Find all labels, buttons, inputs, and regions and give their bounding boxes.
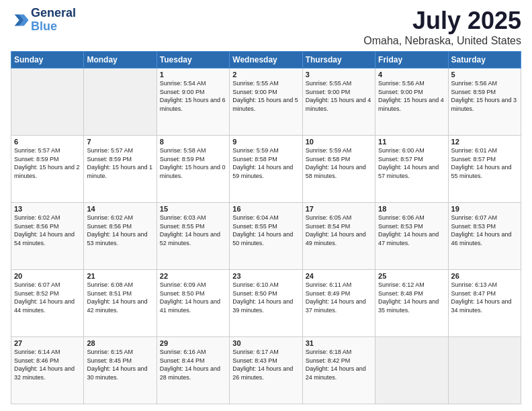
day-info: Sunrise: 6:00 AM Sunset: 8:57 PM Dayligh… xyxy=(378,146,445,180)
day-of-week-header: Friday xyxy=(375,52,448,68)
day-info: Sunrise: 5:58 AM Sunset: 8:59 PM Dayligh… xyxy=(160,146,226,180)
day-number: 1 xyxy=(160,71,226,79)
day-info: Sunrise: 6:13 AM Sunset: 8:47 PM Dayligh… xyxy=(451,281,518,314)
calendar-header-row: SundayMondayTuesdayWednesdayThursdayFrid… xyxy=(11,52,521,68)
day-info: Sunrise: 6:10 AM Sunset: 8:50 PM Dayligh… xyxy=(232,281,299,314)
calendar-cell xyxy=(375,337,448,404)
calendar-cell: 13Sunrise: 6:02 AM Sunset: 8:56 PM Dayli… xyxy=(11,203,84,270)
calendar-cell: 9Sunrise: 5:59 AM Sunset: 8:58 PM Daylig… xyxy=(230,136,302,203)
calendar-cell: 11Sunrise: 6:00 AM Sunset: 8:57 PM Dayli… xyxy=(375,136,448,203)
day-number: 4 xyxy=(378,71,445,79)
day-of-week-header: Wednesday xyxy=(230,52,302,68)
day-number: 24 xyxy=(306,272,372,280)
calendar-cell: 4Sunrise: 5:56 AM Sunset: 9:00 PM Daylig… xyxy=(375,68,448,136)
calendar-cell: 17Sunrise: 6:05 AM Sunset: 8:54 PM Dayli… xyxy=(302,203,375,270)
day-info: Sunrise: 6:03 AM Sunset: 8:55 PM Dayligh… xyxy=(160,214,226,247)
subtitle: Omaha, Nebraska, United States xyxy=(363,35,521,47)
calendar: SundayMondayTuesdayWednesdayThursdayFrid… xyxy=(11,51,521,404)
day-number: 10 xyxy=(306,138,372,146)
day-of-week-header: Tuesday xyxy=(157,52,229,68)
calendar-week-row: 20Sunrise: 6:07 AM Sunset: 8:52 PM Dayli… xyxy=(11,270,521,337)
day-number: 19 xyxy=(451,205,518,213)
logo-icon xyxy=(11,11,30,30)
logo-text: General Blue xyxy=(31,7,76,34)
calendar-cell: 2Sunrise: 5:55 AM Sunset: 9:00 PM Daylig… xyxy=(230,68,302,136)
day-number: 16 xyxy=(232,205,299,213)
day-info: Sunrise: 6:14 AM Sunset: 8:46 PM Dayligh… xyxy=(14,348,81,381)
day-number: 2 xyxy=(232,71,299,79)
calendar-cell: 21Sunrise: 6:08 AM Sunset: 8:51 PM Dayli… xyxy=(84,270,157,337)
calendar-cell: 12Sunrise: 6:01 AM Sunset: 8:57 PM Dayli… xyxy=(448,136,521,203)
day-number: 5 xyxy=(451,71,518,79)
calendar-cell xyxy=(11,68,84,136)
calendar-cell: 20Sunrise: 6:07 AM Sunset: 8:52 PM Dayli… xyxy=(11,270,84,337)
calendar-week-row: 13Sunrise: 6:02 AM Sunset: 8:56 PM Dayli… xyxy=(11,203,521,270)
day-number: 14 xyxy=(87,205,153,213)
day-info: Sunrise: 5:55 AM Sunset: 9:00 PM Dayligh… xyxy=(306,79,372,113)
calendar-cell: 10Sunrise: 5:59 AM Sunset: 8:58 PM Dayli… xyxy=(302,136,375,203)
calendar-cell xyxy=(448,337,521,404)
day-number: 31 xyxy=(306,339,372,347)
logo: General Blue xyxy=(11,7,76,34)
day-number: 27 xyxy=(14,339,81,347)
day-info: Sunrise: 6:09 AM Sunset: 8:50 PM Dayligh… xyxy=(160,281,226,314)
day-info: Sunrise: 5:59 AM Sunset: 8:58 PM Dayligh… xyxy=(306,146,372,180)
day-info: Sunrise: 6:05 AM Sunset: 8:54 PM Dayligh… xyxy=(306,214,372,247)
calendar-cell: 25Sunrise: 6:12 AM Sunset: 8:48 PM Dayli… xyxy=(375,270,448,337)
calendar-cell: 27Sunrise: 6:14 AM Sunset: 8:46 PM Dayli… xyxy=(11,337,84,404)
title-block: July 2025 Omaha, Nebraska, United States xyxy=(363,7,521,47)
day-info: Sunrise: 6:07 AM Sunset: 8:53 PM Dayligh… xyxy=(451,214,518,247)
calendar-cell xyxy=(84,68,157,136)
calendar-cell: 28Sunrise: 6:15 AM Sunset: 8:45 PM Dayli… xyxy=(84,337,157,404)
day-info: Sunrise: 5:56 AM Sunset: 9:00 PM Dayligh… xyxy=(378,79,445,113)
day-info: Sunrise: 5:57 AM Sunset: 8:59 PM Dayligh… xyxy=(14,146,81,180)
day-info: Sunrise: 5:54 AM Sunset: 9:00 PM Dayligh… xyxy=(160,79,226,113)
day-info: Sunrise: 6:02 AM Sunset: 8:56 PM Dayligh… xyxy=(14,214,81,247)
calendar-week-row: 1Sunrise: 5:54 AM Sunset: 9:00 PM Daylig… xyxy=(11,68,521,136)
calendar-cell: 19Sunrise: 6:07 AM Sunset: 8:53 PM Dayli… xyxy=(448,203,521,270)
calendar-cell: 31Sunrise: 6:18 AM Sunset: 8:42 PM Dayli… xyxy=(302,337,375,404)
calendar-cell: 29Sunrise: 6:16 AM Sunset: 8:44 PM Dayli… xyxy=(157,337,229,404)
day-number: 8 xyxy=(160,138,226,146)
day-info: Sunrise: 6:12 AM Sunset: 8:48 PM Dayligh… xyxy=(378,281,445,314)
day-info: Sunrise: 6:06 AM Sunset: 8:53 PM Dayligh… xyxy=(378,214,445,247)
calendar-cell: 6Sunrise: 5:57 AM Sunset: 8:59 PM Daylig… xyxy=(11,136,84,203)
day-number: 28 xyxy=(87,339,153,347)
main-title: July 2025 xyxy=(363,7,521,35)
day-number: 3 xyxy=(306,71,372,79)
calendar-cell: 22Sunrise: 6:09 AM Sunset: 8:50 PM Dayli… xyxy=(157,270,229,337)
day-number: 11 xyxy=(378,138,445,146)
day-number: 13 xyxy=(14,205,81,213)
day-of-week-header: Thursday xyxy=(302,52,375,68)
calendar-cell: 26Sunrise: 6:13 AM Sunset: 8:47 PM Dayli… xyxy=(448,270,521,337)
calendar-cell: 5Sunrise: 5:56 AM Sunset: 8:59 PM Daylig… xyxy=(448,68,521,136)
day-number: 21 xyxy=(87,272,153,280)
day-info: Sunrise: 6:07 AM Sunset: 8:52 PM Dayligh… xyxy=(14,281,81,314)
day-info: Sunrise: 6:11 AM Sunset: 8:49 PM Dayligh… xyxy=(306,281,372,314)
day-number: 6 xyxy=(14,138,81,146)
calendar-cell: 3Sunrise: 5:55 AM Sunset: 9:00 PM Daylig… xyxy=(302,68,375,136)
day-info: Sunrise: 6:18 AM Sunset: 8:42 PM Dayligh… xyxy=(306,348,372,381)
calendar-cell: 18Sunrise: 6:06 AM Sunset: 8:53 PM Dayli… xyxy=(375,203,448,270)
day-of-week-header: Saturday xyxy=(448,52,521,68)
calendar-cell: 1Sunrise: 5:54 AM Sunset: 9:00 PM Daylig… xyxy=(157,68,229,136)
day-number: 15 xyxy=(160,205,226,213)
page: General Blue July 2025 Omaha, Nebraska, … xyxy=(0,0,532,411)
day-info: Sunrise: 6:01 AM Sunset: 8:57 PM Dayligh… xyxy=(451,146,518,180)
day-number: 18 xyxy=(378,205,445,213)
day-info: Sunrise: 5:59 AM Sunset: 8:58 PM Dayligh… xyxy=(232,146,299,180)
day-info: Sunrise: 6:04 AM Sunset: 8:55 PM Dayligh… xyxy=(232,214,299,247)
day-number: 30 xyxy=(232,339,299,347)
day-number: 20 xyxy=(14,272,81,280)
calendar-cell: 24Sunrise: 6:11 AM Sunset: 8:49 PM Dayli… xyxy=(302,270,375,337)
calendar-cell: 15Sunrise: 6:03 AM Sunset: 8:55 PM Dayli… xyxy=(157,203,229,270)
day-of-week-header: Monday xyxy=(84,52,157,68)
day-number: 12 xyxy=(451,138,518,146)
day-number: 25 xyxy=(378,272,445,280)
day-info: Sunrise: 6:02 AM Sunset: 8:56 PM Dayligh… xyxy=(87,214,153,247)
calendar-cell: 16Sunrise: 6:04 AM Sunset: 8:55 PM Dayli… xyxy=(230,203,302,270)
day-info: Sunrise: 5:55 AM Sunset: 9:00 PM Dayligh… xyxy=(232,79,299,113)
day-info: Sunrise: 6:17 AM Sunset: 8:43 PM Dayligh… xyxy=(232,348,299,381)
header: General Blue July 2025 Omaha, Nebraska, … xyxy=(11,7,521,47)
calendar-cell: 7Sunrise: 5:57 AM Sunset: 8:59 PM Daylig… xyxy=(84,136,157,203)
